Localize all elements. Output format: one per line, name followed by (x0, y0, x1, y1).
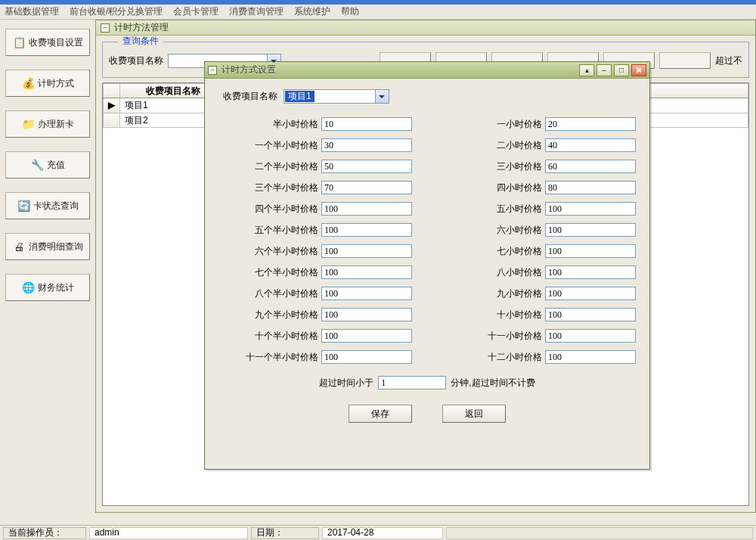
price-row: 三个半小时价格 (218, 181, 412, 194)
list-icon: 📋 (12, 36, 26, 49)
btn-label: 办理新卡 (38, 119, 74, 129)
price-row: 八个半小时价格 (218, 287, 412, 300)
query-legend: 查询条件 (118, 36, 163, 46)
grid-header-fragment: 超过不 (715, 55, 742, 66)
right-price-input[interactable] (545, 329, 636, 343)
right-price-column: 一小时价格二小时价格三小时价格四小时价格五小时价格六小时价格七小时价格八小时价格… (442, 117, 636, 371)
price-row: 九小时价格 (442, 287, 636, 300)
price-row: 半小时价格 (218, 117, 412, 131)
left-price-input[interactable] (321, 223, 412, 237)
right-price-input[interactable] (545, 244, 636, 258)
menu-bar: 基础数据管理 前台收银/积分兑换管理 会员卡管理 消费查询管理 系统维护 帮助 (0, 5, 756, 20)
right-price-input[interactable] (545, 117, 636, 131)
overtime-suffix: 分钟,超过时间不计费 (451, 377, 534, 388)
project-name-combo[interactable]: 项目1 (284, 89, 389, 104)
btn-label: 财务统计 (38, 282, 74, 293)
menu-item[interactable]: 会员卡管理 (173, 6, 218, 17)
right-price-label: 五小时价格 (497, 203, 542, 214)
back-button[interactable]: 返回 (442, 405, 506, 423)
left-price-label: 四个半小时价格 (255, 203, 318, 214)
name-label: 收费项目名称 (223, 91, 277, 101)
right-price-label: 一小时价格 (497, 119, 542, 129)
left-price-input[interactable] (321, 350, 412, 364)
price-row: 十一小时价格 (442, 329, 636, 343)
btn-fee-items[interactable]: 📋收费项目设置 (5, 29, 90, 56)
btn-finance[interactable]: 🌐财务统计 (5, 274, 90, 301)
operator-label: 当前操作员： (3, 527, 86, 539)
menu-item[interactable]: 系统维护 (294, 6, 330, 17)
left-price-input[interactable] (321, 244, 412, 258)
price-row: 一个半小时价格 (218, 138, 412, 152)
left-price-input[interactable] (321, 138, 412, 152)
right-price-input[interactable] (545, 223, 636, 237)
price-row: 八小时价格 (442, 265, 636, 279)
collapse-icon[interactable]: – (101, 23, 110, 33)
price-row: 十二小时价格 (442, 350, 636, 364)
price-row: 十个半小时价格 (218, 329, 412, 343)
right-price-input[interactable] (545, 308, 636, 321)
right-price-label: 十小时价格 (497, 309, 542, 320)
left-price-label: 六个半小时价格 (255, 246, 318, 256)
btn-consumption[interactable]: 🖨消费明细查询 (5, 233, 90, 260)
date-value: 2017-04-28 (322, 527, 443, 539)
row-marker: ▶ (104, 98, 120, 113)
collapse-icon[interactable]: – (208, 66, 217, 75)
action-button[interactable] (659, 52, 711, 69)
menu-item[interactable]: 帮助 (341, 6, 359, 17)
price-row: 二个半小时价格 (218, 160, 412, 173)
maximize-button[interactable]: □ (614, 64, 629, 76)
workspace-title: 计时方法管理 (114, 22, 169, 33)
menu-item[interactable]: 前台收银/积分兑换管理 (70, 6, 163, 17)
right-price-label: 二小时价格 (497, 140, 542, 151)
btn-timing[interactable]: 💰计时方式 (5, 70, 90, 97)
right-price-input[interactable] (545, 160, 636, 173)
save-button[interactable]: 保存 (349, 405, 412, 423)
btn-new-card[interactable]: 📁办理新卡 (5, 110, 90, 138)
right-price-input[interactable] (545, 265, 636, 279)
right-price-input[interactable] (545, 350, 636, 364)
right-price-label: 四小时价格 (497, 182, 542, 193)
left-price-label: 八个半小时价格 (255, 288, 318, 299)
left-price-label: 十个半小时价格 (255, 331, 318, 341)
status-bar: 当前操作员： admin 日期： 2017-04-28 (0, 525, 756, 540)
left-price-input[interactable] (321, 202, 412, 216)
right-price-input[interactable] (545, 287, 636, 300)
left-price-input[interactable] (321, 265, 412, 279)
money-icon: 💰 (21, 76, 35, 90)
left-price-input[interactable] (321, 287, 412, 300)
menu-item[interactable]: 消费查询管理 (229, 6, 284, 17)
roll-up-button[interactable]: ▴ (579, 64, 594, 76)
btn-card-status[interactable]: 🔄卡状态查询 (5, 192, 90, 219)
minimize-button[interactable]: – (596, 64, 612, 76)
left-price-label: 十一个半小时价格 (246, 352, 318, 362)
close-button[interactable] (631, 64, 646, 76)
folder-icon: 📁 (21, 117, 35, 131)
left-toolbar: 📋收费项目设置 💰计时方式 📁办理新卡 🔧充值 🔄卡状态查询 🖨消费明细查询 🌐… (0, 20, 95, 513)
btn-recharge[interactable]: 🔧充值 (5, 151, 90, 178)
price-row: 六小时价格 (442, 223, 636, 237)
left-price-input[interactable] (321, 160, 412, 173)
price-row: 一小时价格 (442, 117, 636, 131)
overtime-input[interactable] (378, 376, 446, 389)
left-price-label: 二个半小时价格 (255, 161, 318, 172)
left-price-input[interactable] (321, 329, 412, 343)
price-row: 七小时价格 (442, 244, 636, 258)
menu-item[interactable]: 基础数据管理 (5, 6, 59, 17)
row-header-corner (104, 84, 120, 98)
workspace-titlebar: – 计时方法管理 (96, 20, 755, 36)
left-price-input[interactable] (321, 181, 412, 194)
right-price-input[interactable] (545, 202, 636, 216)
price-row: 九个半小时价格 (218, 308, 412, 321)
left-price-input[interactable] (321, 308, 412, 321)
right-price-input[interactable] (545, 138, 636, 152)
right-price-input[interactable] (545, 181, 636, 194)
left-price-label: 七个半小时价格 (255, 267, 318, 278)
date-label: 日期： (251, 527, 319, 539)
operator-value: admin (89, 527, 248, 539)
left-price-label: 半小时价格 (273, 119, 318, 129)
print-icon: 🖨 (12, 240, 26, 253)
price-row: 三小时价格 (442, 160, 636, 173)
left-price-input[interactable] (321, 117, 412, 131)
price-row: 七个半小时价格 (218, 265, 412, 279)
left-price-label: 三个半小时价格 (255, 182, 318, 193)
